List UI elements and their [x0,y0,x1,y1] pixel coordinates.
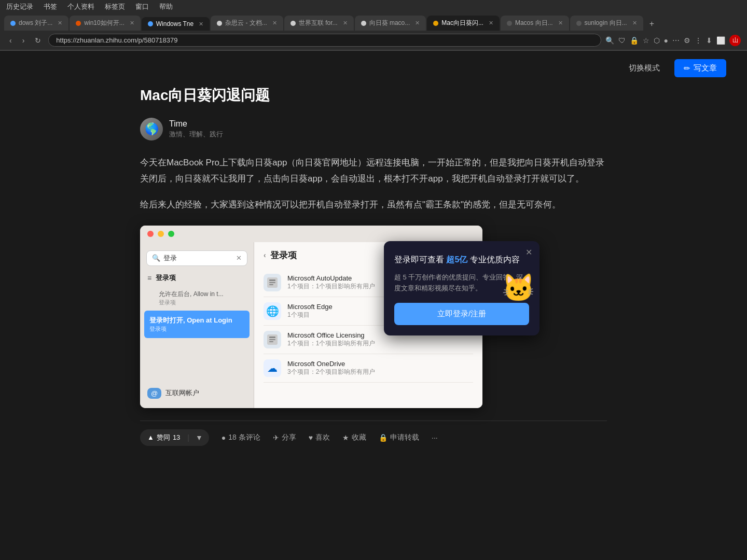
author-tagline: 激情、理解、践行 [169,130,223,139]
tab-8[interactable]: Macos 向日... ✕ [501,16,569,31]
profile-icon[interactable]: ● [664,36,668,45]
tab-3-label: Windows Tne [156,20,193,27]
tab-1-label: dows 刘子... [19,19,52,27]
tab-1[interactable]: dows 刘子... ✕ [4,16,68,31]
tab-1-close[interactable]: ✕ [58,20,62,26]
menu-history[interactable]: 历史记录 [6,2,33,11]
tab-9-close[interactable]: ✕ [632,20,637,26]
downvote-triangle-icon: ▼ [196,433,203,442]
mac-sidebar-item-selected[interactable]: 登录时打开, Open at Login 登录项 [144,311,250,338]
forward-button[interactable]: › [19,35,28,46]
like-action[interactable]: ♥ 喜欢 [309,433,330,442]
upvote-triangle-icon: ▲ [147,433,154,441]
article-body: 今天在MacBook Pro上下载向日葵app（向日葵官网地址）远程连接电脑，一… [140,155,607,213]
tab-5-close[interactable]: ✕ [343,20,348,26]
upvote-button[interactable]: ▲ 赞同 13 [140,429,187,446]
svg-rect-7 [269,341,273,342]
address-bar: ‹ › ↻ https://zhuanlan.zhihu.com/p/58071… [0,31,747,50]
mac-list-sub-4: 3个项目：2个项目影响所有用户 [287,368,375,376]
avatar: 🌎 [140,118,163,141]
collect-action[interactable]: ★ 收藏 [342,433,366,442]
tab-3-close[interactable]: ✕ [199,21,203,27]
upvote-label: 赞同 [157,433,170,442]
refresh-button[interactable]: ↻ [32,35,44,46]
comment-dot-icon: ● [222,433,226,442]
mac-list-text-2: Microsoft Edge 1个项目 [287,303,333,319]
back-button[interactable]: ‹ [6,35,15,46]
page-content: 切换模式 ✏ 写文章 Mac向日葵闪退问题 🌎 Time 激情、理解、践行 今天… [0,51,747,485]
comments-action[interactable]: ● 18 条评论 [222,433,260,442]
more-icon: ··· [432,433,438,442]
mac-list-icon-4: ☁ [264,359,281,377]
more-action[interactable]: ··· [432,433,438,442]
menu-window[interactable]: 窗口 [135,2,149,11]
collect-label: 收藏 [352,433,366,442]
url-field[interactable]: https://zhuanlan.zhihu.com/p/580718379 [48,34,601,47]
menu-tabs[interactable]: 标签页 [105,2,125,11]
tab-6-close[interactable]: ✕ [415,20,420,26]
settings-icon[interactable]: ⚙ [684,36,690,45]
screenshot-embed: 🔍 登录 ✕ ≡ 登录项 允许在后台, Allow in t... 登录项 [140,226,534,408]
tab-8-close[interactable]: ✕ [558,20,563,26]
tab-4[interactable]: 杂思云 - 文档... ✕ [211,16,283,31]
tab-4-close[interactable]: ✕ [272,20,277,26]
tab-7-close[interactable]: ✕ [489,20,493,26]
article-title: Mac向日葵闪退问题 [140,86,607,105]
tab-2-close[interactable]: ✕ [130,20,134,26]
mac-panel-title: 登录项 [270,249,297,261]
report-action[interactable]: 🔒 申请转载 [379,433,419,442]
menu-help[interactable]: 帮助 [159,2,173,11]
toolbar-icons: 🔍 🛡 🔒 ☆ ⬡ ● ⋯ ⚙ ⋮ ⬇ ⬜ 山 [605,35,741,46]
user-avatar-icon[interactable]: 山 [729,35,741,46]
download-icon[interactable]: ⬇ [706,36,712,45]
sidebar-toggle-icon[interactable]: ⬜ [716,36,725,45]
mac-maximize-dot[interactable] [168,231,174,237]
menu-dots-icon[interactable]: ⋯ [672,36,680,45]
tab-9-label: sunlogin 向日... [585,19,627,27]
svg-rect-1 [269,279,275,281]
tab-2[interactable]: win10如何开... ✕ [70,16,140,31]
mac-search-text: 登录 [163,254,177,263]
mac-panel-back-button[interactable]: ‹ [264,251,266,259]
new-tab-button[interactable]: + [644,17,659,31]
menu-bookmarks[interactable]: 书签 [44,2,57,11]
tab-4-label: 杂思云 - 文档... [225,19,267,27]
like-label: 喜欢 [315,433,330,442]
mac-minimize-dot[interactable] [158,231,164,237]
mac-search-icon: 🔍 [152,254,160,262]
login-register-button[interactable]: 立即登录/注册 [394,303,529,325]
mac-search[interactable]: 🔍 登录 ✕ [146,250,247,266]
write-article-button[interactable]: ✏ 写文章 [674,59,726,77]
mac-list-icon-2: 🌐 [264,302,281,320]
tab-5[interactable]: 世界互联 for... ✕ [284,16,354,31]
mac-search-clear[interactable]: ✕ [236,254,242,262]
mac-list-sub-2: 1个项目 [287,311,333,319]
share-icon: ✈ [273,433,279,442]
mac-list-text-3: Microsoft Office Licensing 1个项目：1个项目影响所有… [287,331,375,348]
downvote-button[interactable]: ▼ [189,430,209,445]
tab-6[interactable]: 向日葵 maco... ✕ [355,16,426,31]
mac-sidebar-login-items: 登录项 [156,273,176,283]
menu-profile[interactable]: 个人资料 [67,2,94,11]
heart-icon: ♥ [309,433,313,442]
mac-close-dot[interactable] [147,231,154,237]
list-icon: ≡ [147,274,151,282]
mac-sidebar-subitem-allow: 允许在后台, Allow in t... 登录项 [140,287,254,310]
lock-icon: 🔒 [630,36,639,45]
svg-rect-6 [269,339,275,340]
share-action[interactable]: ✈ 分享 [273,433,296,442]
login-popup-close-button[interactable]: ✕ [525,247,532,257]
search-icon[interactable]: 🔍 [605,36,614,45]
switch-mode-button[interactable]: 切换模式 [622,60,666,76]
tab-3[interactable]: Windows Tne ✕ [142,17,210,31]
more-icon[interactable]: ⋮ [695,36,702,45]
mac-selected-sub: 登录项 [149,325,244,333]
tab-7[interactable]: Mac向日葵闪... ✕ [427,16,500,31]
comments-label: 18 条评论 [228,433,260,442]
lock-icon: 🔒 [379,433,388,442]
tab-9[interactable]: sunlogin 向日... ✕ [570,16,643,31]
star-icon[interactable]: ☆ [643,36,649,45]
extension-icon[interactable]: ⬡ [654,36,660,45]
tab-6-label: 向日葵 maco... [369,19,410,27]
author-name[interactable]: Time [169,119,223,129]
